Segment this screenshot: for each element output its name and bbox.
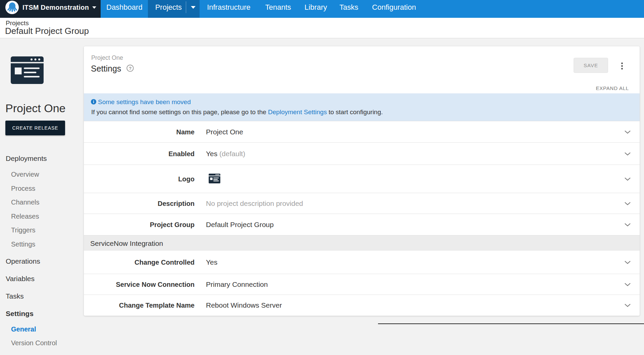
svg-text:?: ? — [129, 66, 131, 71]
